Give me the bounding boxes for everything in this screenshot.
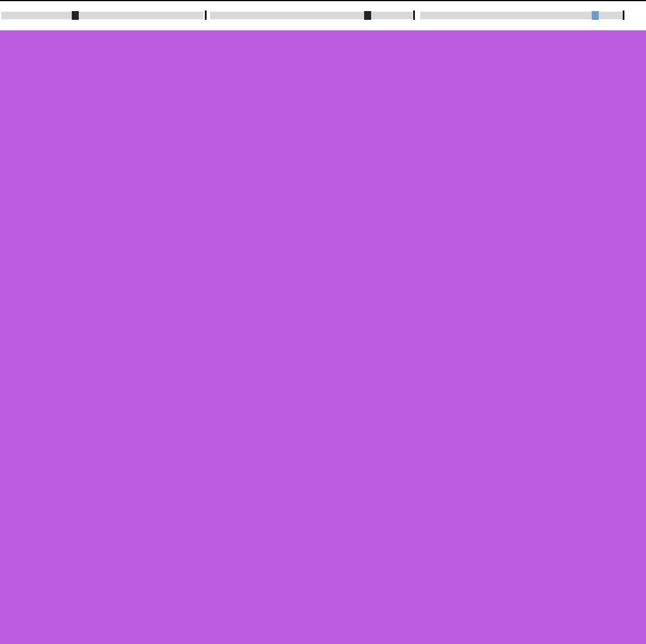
slider-2-track[interactable] bbox=[210, 12, 413, 19]
slider-3-end-tick bbox=[623, 10, 624, 20]
slider-1-end-tick bbox=[205, 10, 207, 20]
slider-1-track[interactable] bbox=[1, 12, 203, 19]
slider-2-end-tick bbox=[413, 10, 415, 20]
slider-toolbar bbox=[0, 0, 646, 30]
slider-1-handle[interactable] bbox=[72, 11, 79, 20]
color-swatch bbox=[0, 30, 646, 644]
slider-2-handle[interactable] bbox=[364, 11, 371, 20]
slider-3-handle[interactable] bbox=[592, 11, 599, 20]
app-window bbox=[0, 0, 646, 644]
